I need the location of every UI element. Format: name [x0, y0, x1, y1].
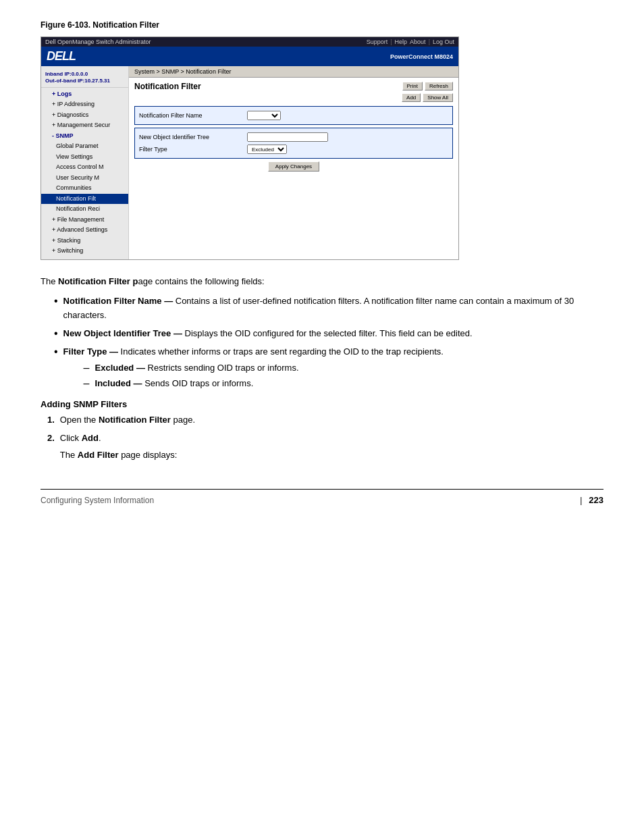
show-all-button[interactable]: Show All — [423, 93, 453, 102]
filter-type-dropdown[interactable]: Excluded Included — [247, 145, 287, 154]
nav-logout[interactable]: Log Out — [433, 38, 454, 45]
sidebar-item-mgmt-security[interactable]: + Management Secur — [41, 120, 128, 131]
sidebar-item-logs[interactable]: + Logs — [41, 89, 128, 100]
button-group: Print Refresh Add Show All — [402, 82, 453, 102]
filter-name-section: Notification Filter Name — [134, 106, 453, 125]
footer-left-text: Configuring System Information — [41, 496, 154, 505]
footer-right: | 223 — [580, 495, 603, 505]
nav-help[interactable]: Help — [395, 38, 408, 45]
breadcrumb: System > SNMP > Notification Filter — [129, 66, 458, 78]
sidebar-item-advanced-settings[interactable]: + Advanced Settings — [41, 225, 128, 236]
figure-caption-text: Figure 6-103. Notification Filter — [41, 20, 159, 30]
oid-label: New Object Identifier Tree — [139, 134, 247, 140]
page-container: Figure 6-103. Notification Filter Dell O… — [0, 0, 644, 532]
page-title: Notification Filter — [134, 82, 201, 91]
main-area: Inband IP:0.0.0.0 Out-of-band IP:10.27.5… — [41, 66, 458, 259]
page-footer: Configuring System Information | 223 — [41, 489, 603, 505]
btn-group-bottom: Add Show All — [402, 93, 453, 102]
filter-type-label: Filter Type — [139, 146, 247, 153]
content-area: System > SNMP > Notification Filter Noti… — [129, 66, 458, 259]
bullet-item-oid: New Object Identifier Tree — Displays th… — [54, 327, 603, 341]
nav-about[interactable]: About — [410, 38, 426, 45]
step-2: 2. Click Add. The Add Filter page displa… — [47, 432, 603, 463]
sub-bullet-text-included: Included — Sends OID traps or informs. — [95, 377, 254, 391]
bullet-item-filter-type: Filter Type — Indicates whether informs … — [54, 345, 603, 392]
step-2-num: 2. — [47, 432, 55, 446]
screenshot-frame: Dell OpenManage Switch Administrator Sup… — [41, 36, 459, 260]
sidebar-item-notification-recv[interactable]: Notification Reci — [41, 204, 128, 215]
dell-logo: DELL — [47, 49, 76, 63]
numbered-list: 1. Open the Notification Filter page. 2.… — [41, 413, 603, 462]
apply-changes-button[interactable]: Apply Changes — [268, 161, 319, 172]
sidebar-item-file-mgmt[interactable]: + File Management — [41, 215, 128, 226]
sidebar-item-ip-addressing[interactable]: + IP Addressing — [41, 99, 128, 110]
sub-bullet-included: Included — Sends OID traps or informs. — [84, 377, 444, 391]
oid-input[interactable] — [247, 132, 328, 142]
step-2-sub: The Add Filter page displays: — [60, 448, 177, 463]
sidebar-item-diagnostics[interactable]: + Diagnostics — [41, 110, 128, 121]
filter-name-dropdown[interactable] — [247, 111, 281, 120]
sidebar-item-global-params[interactable]: Global Paramet — [41, 141, 128, 152]
oid-section: New Object Identifier Tree Filter Type E… — [134, 128, 453, 159]
sidebar: Inband IP:0.0.0.0 Out-of-band IP:10.27.5… — [41, 66, 129, 259]
app-title: Dell OpenManage Switch Administrator — [45, 38, 151, 45]
nav-support[interactable]: Support — [367, 38, 388, 45]
footer-page-number: 223 — [589, 495, 603, 505]
bullet-item-filter-name: Notification Filter Name — Contains a li… — [54, 294, 603, 323]
page-content: Notification Filter Print Refresh Add Sh… — [129, 78, 458, 178]
sidebar-item-view-settings[interactable]: View Settings — [41, 152, 128, 163]
bullet-list: Notification Filter Name — Contains a li… — [41, 294, 603, 392]
nav-sep1: | — [390, 38, 392, 45]
logo-bar: DELL PowerConnect M8024 — [41, 47, 458, 66]
sub-bullet-list: Excluded — Restricts sending OID traps o… — [63, 361, 444, 391]
top-nav-bar: Dell OpenManage Switch Administrator Sup… — [41, 37, 458, 47]
bullet-text-oid: New Object Identifier Tree — Displays th… — [63, 327, 473, 341]
sidebar-item-snmp[interactable]: - SNMP — [41, 131, 128, 142]
add-button[interactable]: Add — [402, 93, 421, 102]
inband-ip: Inband IP:0.0.0.0 — [45, 71, 124, 78]
page-title-row: Notification Filter Print Refresh Add Sh… — [134, 82, 453, 102]
refresh-button[interactable]: Refresh — [425, 82, 453, 90]
filter-type-row: Filter Type Excluded Included — [139, 143, 448, 155]
sub-bullet-text-excluded: Excluded — Restricts sending OID traps o… — [95, 361, 299, 375]
print-button[interactable]: Print — [402, 82, 423, 90]
sidebar-item-notification-filter[interactable]: Notification Filt — [41, 194, 128, 205]
btn-group-top: Print Refresh — [402, 82, 453, 90]
nav-sep2: | — [429, 38, 430, 45]
sub-bullet-excluded: Excluded — Restricts sending OID traps o… — [84, 361, 444, 375]
product-label: PowerConnect M8024 — [390, 53, 453, 60]
bullet-text-filter-name: Notification Filter Name — Contains a li… — [63, 294, 603, 323]
oid-row: New Object Identifier Tree — [139, 131, 448, 143]
step-2-content: Click Add. The Add Filter page displays: — [60, 432, 177, 463]
sidebar-ip-info: Inband IP:0.0.0.0 Out-of-band IP:10.27.5… — [41, 69, 128, 88]
filter-name-row: Notification Filter Name — [139, 109, 448, 122]
sidebar-item-user-security[interactable]: User Security M — [41, 173, 128, 184]
figure-caption: Figure 6-103. Notification Filter — [41, 20, 603, 30]
step-1-num: 1. — [47, 413, 55, 427]
step-1-text: Open the Notification Filter page. — [60, 413, 195, 427]
sidebar-item-stacking[interactable]: + Stacking — [41, 236, 128, 246]
sidebar-item-switching[interactable]: + Switching — [41, 246, 128, 257]
step-1: 1. Open the Notification Filter page. — [47, 413, 603, 427]
footer-separator: | — [580, 496, 582, 505]
adding-snmp-title: Adding SNMP Filters — [41, 399, 603, 409]
doc-intro: The Notification Filter page contains th… — [41, 275, 603, 288]
sidebar-item-communities[interactable]: Communities — [41, 183, 128, 194]
apply-btn-container: Apply Changes — [134, 161, 453, 172]
bullet-text-type: Filter Type — Indicates whether informs … — [63, 346, 444, 357]
outofband-ip: Out-of-band IP:10.27.5.31 — [45, 78, 124, 84]
step-2-text: Click Add. — [60, 433, 101, 443]
filter-name-label: Notification Filter Name — [139, 112, 247, 119]
bullet-content-type: Filter Type — Indicates whether informs … — [63, 345, 444, 392]
sidebar-item-access-control[interactable]: Access Control M — [41, 162, 128, 173]
nav-links: Support | Help About | Log Out — [367, 38, 454, 45]
doc-section: The Notification Filter page contains th… — [41, 275, 603, 463]
